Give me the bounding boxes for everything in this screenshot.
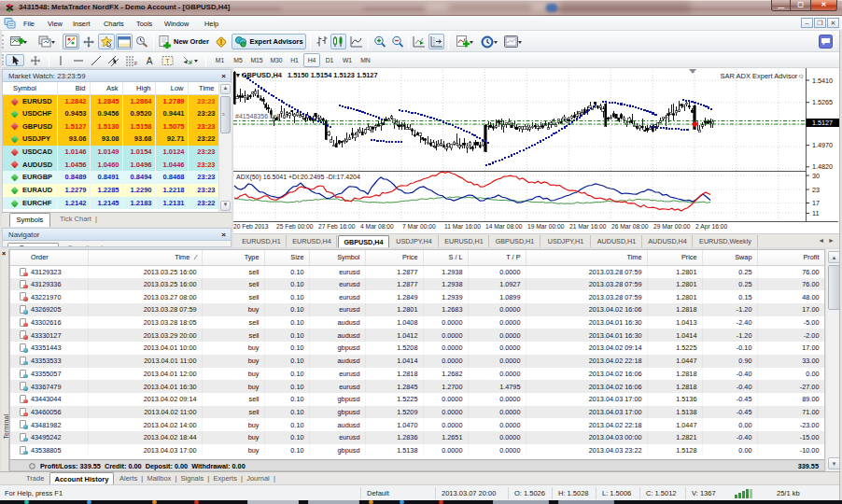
svg-text:17: 17 <box>812 199 820 207</box>
svg-text:26 Mar 08:00: 26 Mar 08:00 <box>611 223 649 230</box>
svg-text:T: T <box>165 58 170 64</box>
svg-text:1.5265: 1.5265 <box>812 98 833 106</box>
svg-text:11 Mar 16:00: 11 Mar 16:00 <box>444 223 481 230</box>
svg-text:F: F <box>134 61 137 66</box>
svg-text:ADX(50) 16.5041 +DI:20.2495 -D: ADX(50) 16.5041 +DI:20.2495 -DI:17.4204 <box>236 174 360 181</box>
svg-text:25 Feb 00:00: 25 Feb 00:00 <box>276 223 314 230</box>
svg-text:!: ! <box>220 37 223 47</box>
svg-text:21 Mar 16:00: 21 Mar 16:00 <box>569 223 607 230</box>
svg-text:4 Mar 08:00: 4 Mar 08:00 <box>360 223 394 230</box>
svg-text:▾ GBPUSD,H4: ▾ GBPUSD,H4 <box>235 71 283 79</box>
svg-text:SAR ADX Expert Advisor☺: SAR ADX Expert Advisor☺ <box>720 72 805 80</box>
svg-text:1.5150 1.5154 1.5123 1.5127: 1.5150 1.5154 1.5123 1.5127 <box>288 71 378 79</box>
svg-text:1.4820: 1.4820 <box>812 162 833 171</box>
svg-text:#41548356 sell: #41548356 sell <box>235 113 280 119</box>
svg-text:14 Mar 08:00: 14 Mar 08:00 <box>485 223 523 230</box>
svg-text:19 Mar 00:00: 19 Mar 00:00 <box>527 223 565 230</box>
svg-text:11: 11 <box>812 209 819 217</box>
svg-text:20 Feb 2013: 20 Feb 2013 <box>233 223 269 230</box>
svg-text:2 Apr 16:00: 2 Apr 16:00 <box>695 223 727 231</box>
svg-text:1.5127: 1.5127 <box>812 119 833 127</box>
svg-text:1.4970: 1.4970 <box>812 141 833 149</box>
svg-text:A: A <box>147 56 153 66</box>
svg-text:1.5410: 1.5410 <box>812 77 833 85</box>
svg-text:23: 23 <box>812 186 820 194</box>
svg-text:7 Mar 00:00: 7 Mar 00:00 <box>402 223 436 230</box>
svg-text:30: 30 <box>812 172 820 180</box>
svg-text:27 Feb 16:00: 27 Feb 16:00 <box>318 223 356 230</box>
svg-text:29 Mar 00:00: 29 Mar 00:00 <box>653 223 691 230</box>
